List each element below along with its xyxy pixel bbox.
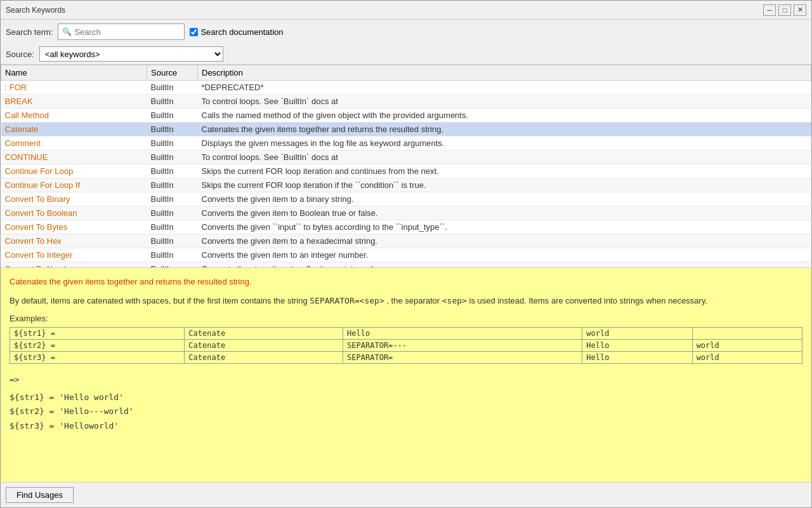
result-line: ${str2} = 'Hello---world' xyxy=(10,404,802,418)
row-description: Calls the named method of the given obje… xyxy=(198,109,811,123)
row-name: Convert To Binary xyxy=(1,192,147,206)
row-name: Convert To Hex xyxy=(1,234,147,248)
example-cell: world xyxy=(582,328,692,340)
row-description: Converts the given item to Boolean true … xyxy=(198,206,811,220)
keywords-table-container: Name Source Description : FOR BuiltIn *D… xyxy=(1,64,811,267)
table-row[interactable]: Catenate BuiltIn Catenates the given ite… xyxy=(1,123,811,137)
row-description: To control loops. See `BuiltIn` docs at xyxy=(198,150,811,164)
col-source: Source xyxy=(147,65,198,81)
table-row[interactable]: CONTINUE BuiltIn To control loops. See `… xyxy=(1,150,811,164)
table-row[interactable]: Convert To Boolean BuiltIn Converts the … xyxy=(1,206,811,220)
example-cell: ${str2} = xyxy=(10,340,185,352)
search-input[interactable] xyxy=(74,27,169,37)
table-row[interactable]: Convert To Bytes BuiltIn Converts the gi… xyxy=(1,220,811,234)
detail-main-desc-text: Catenates the given items together and r… xyxy=(10,277,252,286)
example-cell xyxy=(692,328,802,340)
row-name: Convert To Bytes xyxy=(1,220,147,234)
find-usages-button[interactable]: Find Usages xyxy=(6,487,74,503)
examples-label: Examples: xyxy=(10,314,802,323)
row-name: Convert To Integer xyxy=(1,248,147,262)
title-bar: Search Keywords ─ □ ✕ xyxy=(1,1,811,20)
col-name: Name xyxy=(1,65,147,81)
row-source: BuiltIn xyxy=(147,137,198,150)
row-name: Call Method xyxy=(1,109,147,123)
example-cell: Catenate xyxy=(185,328,343,340)
search-documentation-checkbox-label[interactable]: Search documentation xyxy=(190,27,283,37)
row-source: BuiltIn xyxy=(147,178,198,192)
maximize-button[interactable]: □ xyxy=(778,4,791,16)
table-row[interactable]: Call Method BuiltIn Calls the named meth… xyxy=(1,109,811,123)
row-description: Displays the given messages in the log f… xyxy=(198,137,811,150)
search-term-label: Search term: xyxy=(6,27,53,37)
row-source: BuiltIn xyxy=(147,262,198,268)
main-window: Search Keywords ─ □ ✕ Search term: 🔍 Sea… xyxy=(0,0,812,508)
window-controls: ─ □ ✕ xyxy=(763,4,806,16)
result-line: ${str1} = 'Hello world' xyxy=(10,391,802,404)
window-title: Search Keywords xyxy=(6,6,65,15)
row-description: Converts the given ``input`` to bytes ac… xyxy=(198,220,811,234)
row-source: BuiltIn xyxy=(147,150,198,164)
row-name: CONTINUE xyxy=(1,150,147,164)
row-description: Catenates the given items together and r… xyxy=(198,123,811,137)
table-row[interactable]: Continue For Loop If BuiltIn Skips the c… xyxy=(1,178,811,192)
detail-body-line3: is used instead. Items are converted int… xyxy=(469,296,708,305)
search-bar: Search term: 🔍 Search documentation xyxy=(1,20,811,44)
row-description: Skips the current FOR loop iteration and… xyxy=(198,164,811,178)
table-row[interactable]: Convert To Hex BuiltIn Converts the give… xyxy=(1,234,811,248)
example-cell: SEPARATOR=--- xyxy=(343,340,582,352)
table-row[interactable]: BREAK BuiltIn To control loops. See `Bui… xyxy=(1,95,811,109)
table-row[interactable]: Convert To Binary BuiltIn Converts the g… xyxy=(1,192,811,206)
search-documentation-label: Search documentation xyxy=(200,27,283,37)
row-source: BuiltIn xyxy=(147,248,198,262)
result-section: => ${str1} = 'Hello world'${str2} = 'Hel… xyxy=(10,373,802,432)
example-cell: world xyxy=(692,352,802,364)
keywords-table: Name Source Description : FOR BuiltIn *D… xyxy=(1,65,811,267)
detail-panel: Catenates the given items together and r… xyxy=(1,267,811,482)
row-name: Continue For Loop xyxy=(1,164,147,178)
result-arrow: => xyxy=(10,373,802,387)
detail-body: By default, items are catenated with spa… xyxy=(10,295,802,308)
example-row: ${str1} =CatenateHelloworld xyxy=(10,328,802,340)
row-description: Converts the given item to an integer nu… xyxy=(198,248,811,262)
result-line: ${str3} = 'Helloworld' xyxy=(10,419,802,433)
row-source: BuiltIn xyxy=(147,81,198,95)
example-cell: SEPARATOR= xyxy=(343,352,582,364)
detail-body-line1: By default, items are catenated with spa… xyxy=(10,296,308,305)
row-name: Convert To Number xyxy=(1,262,147,268)
row-description: To control loops. See `BuiltIn` docs at xyxy=(198,95,811,109)
example-cell: Hello xyxy=(582,352,692,364)
example-cell: Hello xyxy=(582,340,692,352)
row-name: : FOR xyxy=(1,81,147,95)
row-description: Skips the current FOR loop iteration if … xyxy=(198,178,811,192)
table-row[interactable]: : FOR BuiltIn *DEPRECATED* xyxy=(1,81,811,95)
minimize-button[interactable]: ─ xyxy=(763,4,776,16)
row-source: BuiltIn xyxy=(147,109,198,123)
table-row[interactable]: Convert To Number BuiltIn Converts the g… xyxy=(1,262,811,268)
row-description: Converts the given item to a binary stri… xyxy=(198,192,811,206)
table-row[interactable]: Comment BuiltIn Displays the given messa… xyxy=(1,137,811,150)
detail-separator-code: SEPARATOR=<sep> xyxy=(310,296,384,305)
example-cell: Catenate xyxy=(185,340,343,352)
source-bar: Source: <all keywords> xyxy=(1,44,811,64)
table-row[interactable]: Convert To Integer BuiltIn Converts the … xyxy=(1,248,811,262)
row-source: BuiltIn xyxy=(147,192,198,206)
row-name: Comment xyxy=(1,137,147,150)
row-source: BuiltIn xyxy=(147,220,198,234)
detail-body-line2: , the separator xyxy=(386,296,440,305)
row-source: BuiltIn xyxy=(147,164,198,178)
close-button[interactable]: ✕ xyxy=(794,4,806,16)
row-description: Converts the given item to a hexadecimal… xyxy=(198,234,811,248)
bottom-bar: Find Usages xyxy=(1,482,811,507)
row-name: Convert To Boolean xyxy=(1,206,147,220)
row-source: BuiltIn xyxy=(147,206,198,220)
row-name: BREAK xyxy=(1,95,147,109)
search-icon: 🔍 xyxy=(62,27,72,36)
source-select[interactable]: <all keywords> xyxy=(39,46,223,62)
search-documentation-checkbox[interactable] xyxy=(190,28,198,36)
row-source: BuiltIn xyxy=(147,234,198,248)
row-source: BuiltIn xyxy=(147,123,198,137)
example-cell: Hello xyxy=(343,328,582,340)
table-row[interactable]: Continue For Loop BuiltIn Skips the curr… xyxy=(1,164,811,178)
example-row: ${str2} =CatenateSEPARATOR=---Helloworld xyxy=(10,340,802,352)
row-description: *DEPRECATED* xyxy=(198,81,811,95)
